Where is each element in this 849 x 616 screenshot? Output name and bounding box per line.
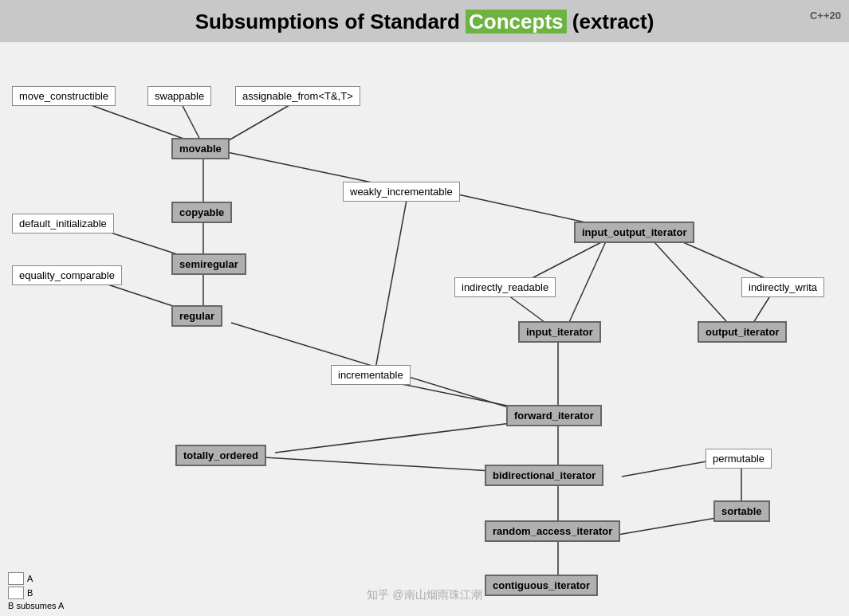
diagram-area: move_constructible swappable assignable_… xyxy=(0,42,849,616)
svg-line-2 xyxy=(219,100,299,146)
title-suffix: (extract) xyxy=(567,10,654,33)
node-weakly-incrementable: weakly_incrementable xyxy=(343,182,460,202)
svg-line-22 xyxy=(275,421,530,453)
node-input-output-iterator: input_output_iterator xyxy=(574,222,694,243)
header: Subsumptions of Standard Concepts (extra… xyxy=(0,0,849,42)
svg-line-20 xyxy=(251,457,518,473)
cpp-badge: C++20 xyxy=(810,10,841,22)
svg-line-9 xyxy=(375,200,407,373)
legend-b-label: B xyxy=(27,588,33,598)
node-default-initializable: default_initializable xyxy=(12,214,114,233)
node-bidirectional-iterator: bidirectional_iterator xyxy=(485,465,603,486)
legend: A B B subsumes A xyxy=(8,572,64,610)
legend-box-a xyxy=(8,572,24,585)
node-movable: movable xyxy=(171,138,230,159)
node-output-iterator: output_iterator xyxy=(698,321,787,343)
legend-description: B subsumes A xyxy=(8,601,64,610)
watermark: 知乎 @南山烟雨珠江潮 xyxy=(367,588,481,602)
node-assignable-from: assignable_from<T&,T> xyxy=(235,86,360,106)
node-copyable: copyable xyxy=(171,202,232,223)
svg-line-13 xyxy=(654,241,733,329)
page-title: Subsumptions of Standard Concepts (extra… xyxy=(0,10,849,34)
node-sortable: sortable xyxy=(713,500,770,522)
node-indirectly-readable: indirectly_readable xyxy=(454,277,556,297)
title-prefix: Subsumptions of Standard xyxy=(195,10,466,33)
node-permutable: permutable xyxy=(706,449,772,469)
svg-line-26 xyxy=(618,516,725,535)
legend-box-b xyxy=(8,587,24,599)
node-input-iterator: input_iterator xyxy=(518,321,601,343)
node-forward-iterator: forward_iterator xyxy=(506,405,602,426)
node-equality-comparable: equality_comparable xyxy=(12,265,122,285)
node-swappable: swappable xyxy=(147,86,211,106)
node-incrementable: incrementable xyxy=(331,365,411,385)
node-semiregular: semiregular xyxy=(171,253,246,275)
node-totally-ordered: totally_ordered xyxy=(175,445,266,466)
node-regular: regular xyxy=(171,305,222,327)
svg-line-12 xyxy=(566,241,606,329)
legend-a-label: A xyxy=(27,574,33,583)
node-indirectly-writable: indirectly_writa xyxy=(741,277,824,297)
node-contiguous-iterator: contiguous_iterator xyxy=(485,575,598,596)
node-move-constructible: move_constructible xyxy=(12,86,116,106)
node-random-access-iterator: random_access_iterator xyxy=(485,520,620,542)
title-highlight: Concepts xyxy=(466,10,566,33)
